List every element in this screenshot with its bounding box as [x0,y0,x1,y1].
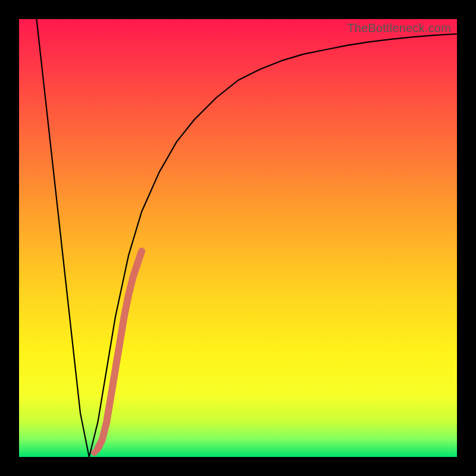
plot-area: TheBottleneck.com [19,19,457,457]
watermark-text: TheBottleneck.com [347,21,451,35]
highlight-segment [91,251,142,456]
chart-svg [19,19,457,457]
bottleneck-curve [36,19,457,457]
chart-frame: TheBottleneck.com [0,0,476,476]
svg-point-3 [99,438,105,444]
